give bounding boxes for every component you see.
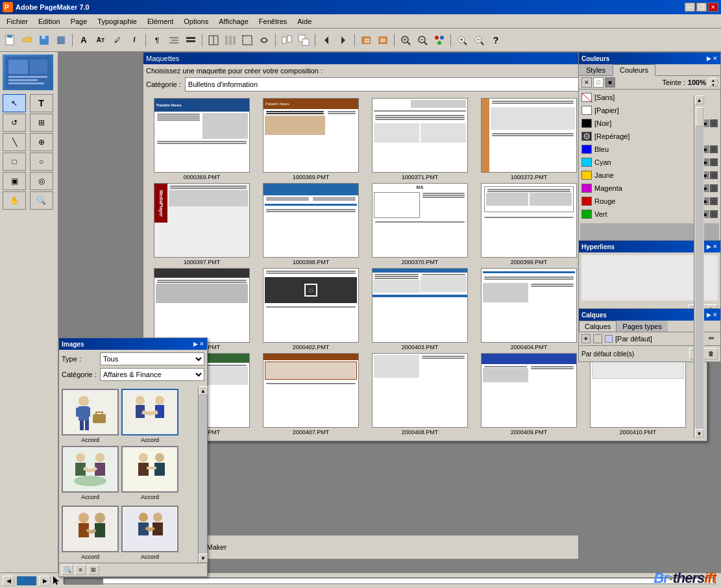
image-thumb-5[interactable] — [62, 506, 119, 552]
save-btn[interactable] — [36, 32, 52, 48]
col-tool[interactable] — [223, 32, 238, 48]
template-item[interactable]: □ 2000402.PMT — [258, 268, 364, 350]
mini-save-btn[interactable] — [53, 32, 69, 48]
new-btn[interactable] — [3, 32, 18, 48]
tab-calques[interactable]: Calques — [579, 321, 617, 332]
template-item[interactable]: Paladin News 1000369.PMT — [258, 98, 364, 180]
font-tool[interactable]: 🖊 — [110, 32, 125, 48]
tab-pages-types[interactable]: Pages types — [617, 321, 668, 332]
template-item[interactable]: 2000407.PMT — [258, 353, 364, 435]
text-select-tool[interactable]: T — [30, 94, 53, 112]
image-item-2[interactable]: Accord — [121, 389, 178, 443]
list-tool[interactable] — [183, 32, 199, 48]
template-thumb-0[interactable]: Paladin News — [154, 98, 250, 173]
scroll-down-btn[interactable]: ▼ — [695, 429, 704, 438]
page-scrollbar[interactable] — [64, 578, 716, 584]
template-thumb-3[interactable] — [481, 98, 577, 173]
images-list-btn[interactable]: ≡ — [75, 565, 86, 575]
open-btn[interactable] — [19, 32, 35, 48]
line-tool[interactable]: ╲ — [3, 133, 26, 151]
color-x-btn[interactable]: ✕ — [581, 77, 592, 88]
scroll-thumb[interactable] — [696, 107, 703, 127]
calques-expand-btn[interactable]: ▶ — [707, 312, 711, 318]
menu-aide[interactable]: Aide — [292, 16, 317, 27]
link-tool[interactable] — [256, 32, 272, 48]
images-expand-btn[interactable]: ▶ — [193, 341, 198, 347]
image-item-5[interactable]: Accord — [62, 506, 119, 560]
colors-panel-expand-btn[interactable]: ▶ — [707, 55, 711, 62]
menu-options[interactable]: Options — [178, 16, 214, 27]
template-item[interactable]: Paladin News 0000369.PMT — [149, 98, 255, 180]
image-item-3[interactable]: Accord — [62, 446, 119, 500]
template-item[interactable]: 1000398.PMT — [258, 183, 364, 265]
image-item-1[interactable]: Accord — [62, 389, 119, 443]
help-btn[interactable]: ? — [488, 32, 504, 48]
menu-element[interactable]: Elément — [142, 16, 178, 27]
calques-edit-btn[interactable]: ✏ — [709, 334, 718, 343]
template-thumb-12[interactable] — [372, 268, 468, 343]
colors-panel-close-btn[interactable]: ✕ — [713, 55, 718, 62]
image-thumb-4[interactable] — [121, 446, 178, 493]
next-page[interactable] — [336, 32, 351, 48]
images-type-select[interactable]: Tous — [100, 352, 204, 365]
template-item[interactable]: 2000410.PMT — [585, 353, 691, 435]
italic-tool[interactable]: I — [127, 32, 142, 48]
zoom-out[interactable] — [415, 32, 430, 48]
arrange-tool[interactable] — [296, 32, 312, 48]
para-tool[interactable]: ¶ — [149, 32, 165, 48]
page-nav[interactable] — [279, 32, 295, 48]
close-button[interactable]: ✕ — [708, 3, 718, 12]
template-item[interactable]: 1000372.PMT — [476, 98, 582, 180]
frame-rect-tool[interactable]: ▣ — [3, 172, 26, 190]
template-thumb-18[interactable] — [481, 353, 577, 428]
images-grid-btn[interactable]: ⊞ — [88, 565, 99, 575]
img-tool[interactable]: 🖼 — [358, 32, 374, 48]
tint-up-btn[interactable]: ▲ — [709, 78, 718, 82]
minimize-button[interactable]: — — [685, 3, 695, 12]
menu-affichage[interactable]: Affichage — [214, 16, 254, 27]
template-thumb-13[interactable] — [481, 268, 577, 343]
template-thumb-7[interactable]: MA — [372, 183, 468, 258]
menu-edition[interactable]: Edition — [33, 16, 66, 27]
layout-tool[interactable] — [206, 32, 221, 48]
zoom-plus[interactable] — [454, 32, 470, 48]
select-tool[interactable]: ↖ — [3, 94, 26, 112]
template-item[interactable]: 2000408.PMT — [367, 353, 473, 435]
indent-tool[interactable] — [166, 32, 182, 48]
images-search-btn[interactable]: 🔍 — [62, 565, 73, 575]
menu-page[interactable]: Page — [66, 16, 93, 27]
calques-del-btn[interactable]: 🗑 — [703, 348, 718, 360]
template-thumb-5[interactable]: MediaPlayer — [154, 183, 250, 258]
circle-tool[interactable]: ○ — [30, 153, 53, 171]
template-thumb-8[interactable] — [481, 183, 577, 258]
zoom-minus[interactable] — [471, 32, 487, 48]
menu-fenetres[interactable]: Fenêtres — [254, 16, 292, 27]
image-thumb-2[interactable] — [121, 389, 178, 435]
menu-typographie[interactable]: Typographie — [92, 16, 142, 27]
category-select[interactable]: Bulletins d'information — [185, 77, 616, 92]
template-thumb-2[interactable] — [372, 98, 468, 173]
restore-button[interactable]: ❐ — [696, 3, 707, 12]
hyperlinks-close-btn[interactable]: ✕ — [713, 243, 718, 250]
zoom-tool2[interactable]: 🔍 — [30, 191, 53, 210]
image-thumb-6[interactable] — [121, 506, 178, 552]
rotate-tool[interactable]: ↺ — [3, 114, 26, 132]
images-close-btn[interactable]: ✕ — [199, 341, 204, 347]
crop-tool[interactable] — [375, 32, 391, 48]
menu-fichier[interactable]: Fichier — [1, 16, 33, 27]
template-thumb-10[interactable] — [154, 268, 250, 343]
page-scroll-thumb[interactable] — [64, 578, 103, 585]
template-thumb-11[interactable]: □ — [263, 268, 359, 343]
color-both-btn[interactable]: ■ — [605, 77, 615, 88]
zoom-in[interactable] — [398, 32, 413, 48]
template-thumb-1[interactable]: Paladin News — [263, 98, 359, 173]
text-tool[interactable]: A — [76, 32, 92, 48]
template-item[interactable]: MediaPlayer 1000397.PMT — [149, 183, 255, 265]
template-item[interactable]: 2000409.PMT — [476, 353, 582, 435]
template-item[interactable]: 2000404.PMT — [476, 268, 582, 350]
image-thumb-3[interactable] — [62, 446, 119, 493]
images-titlebar[interactable]: Images ▶ ✕ — [59, 338, 207, 350]
images-scroll-down[interactable]: ▼ — [199, 554, 208, 563]
calques-lock-icon[interactable] — [593, 334, 602, 343]
images-scroll-up[interactable]: ▲ — [199, 386, 208, 395]
